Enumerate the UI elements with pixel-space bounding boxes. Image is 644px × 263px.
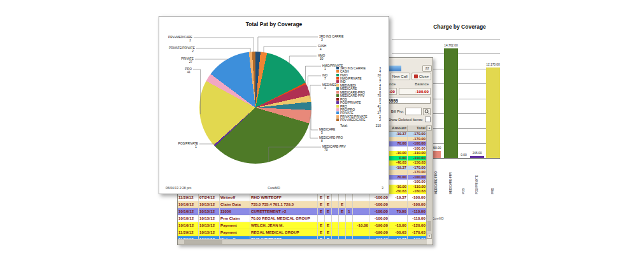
- scrollbar-thumb[interactable]: [184, 240, 222, 244]
- table-cell: -190.00: [369, 222, 389, 229]
- scrollbar-thumb[interactable]: [427, 221, 431, 231]
- legend-swatch-icon: [336, 115, 339, 118]
- callout-label: PRV+MEDICARE2: [168, 36, 192, 42]
- table-row[interactable]: 10/16/1210/15/1211056CURETTEMENT >2EEE1-…: [178, 208, 427, 215]
- table-cell: [332, 229, 339, 236]
- total-pat-by-coverage-window: Total Pat by Coverage 3RD INS CARRIE3CAS…: [159, 16, 389, 194]
- table-row[interactable]: 11/29/1207/24/12WriteoffRHO WRITEOFFEE-1…: [178, 194, 427, 201]
- bar-pro: [486, 68, 500, 158]
- horizontal-scrollbar[interactable]: [178, 239, 427, 245]
- bill-prv-input[interactable]: [405, 108, 422, 115]
- legend-swatch-icon: [336, 98, 339, 101]
- table-cell: 70.00: [389, 141, 408, 146]
- table-cell: -100.00: [408, 141, 427, 146]
- table-cell: -150.63: [408, 160, 427, 166]
- table-cell: -160.63: [408, 189, 427, 194]
- new-call-button[interactable]: New Call: [390, 73, 410, 80]
- scroll-down-icon[interactable]: ▼: [427, 234, 432, 239]
- table-cell: [332, 194, 339, 201]
- callout-label: IND7: [322, 74, 327, 80]
- bar-category-label: MEDICARE-PRV: [449, 161, 452, 194]
- spacer: [336, 124, 339, 127]
- table-cell: [332, 222, 339, 229]
- table-cell: [346, 201, 353, 208]
- table-row[interactable]: 10/16/1210/15/12Claim Data735.0 735.4 70…: [178, 201, 427, 208]
- bar-category-label: PRO: [491, 161, 494, 194]
- table-cell: [353, 229, 369, 236]
- table-cell: [332, 208, 339, 215]
- table-cell: E: [339, 201, 346, 208]
- callout-label: MEDICARE5: [319, 128, 335, 134]
- table-row[interactable]: 10/16/1210/15/12PaymentWELCH, JEAN M.EE-…: [178, 222, 427, 229]
- table-cell: -170.00: [408, 132, 427, 137]
- table-cell: Amount: [389, 125, 408, 132]
- callout-label: PRO41: [185, 68, 192, 74]
- table-cell: 70.00: [389, 175, 408, 180]
- table-cell: [389, 137, 408, 142]
- bar-category-label: POS/PRIVATE: [475, 161, 478, 194]
- bar-category-label: MEDICARE-PRO: [434, 161, 438, 194]
- desktop: Charge by Coverage 950.00MEDICARE-PRO14,…: [0, 0, 644, 263]
- legend-total-value: 210: [373, 124, 381, 127]
- callout-label: MEDICARE-PRO8: [319, 136, 343, 143]
- balance-label-right: Balance: [415, 82, 429, 86]
- phone-icon: [414, 75, 418, 78]
- table-cell: E: [325, 194, 332, 201]
- table-cell: -110.00: [408, 208, 427, 215]
- table-cell: -19.37: [389, 194, 408, 201]
- table-cell: [389, 180, 408, 185]
- table-cell: 1: [346, 208, 353, 215]
- close-button[interactable]: Close: [411, 73, 431, 80]
- table-cell: [389, 170, 408, 175]
- table-cell: -110.00: [408, 156, 427, 161]
- bar-window-watermark: CureMD: [432, 217, 444, 220]
- table-cell: -100.00: [369, 215, 389, 222]
- table-cell: Payment: [220, 229, 250, 236]
- pie-chart: [199, 52, 311, 164]
- table-cell: -10.00: [389, 151, 408, 156]
- table-cell: [353, 208, 369, 215]
- table-cell: 11056: [220, 208, 250, 215]
- table-cell: 0.00: [389, 156, 408, 161]
- vertical-scrollbar[interactable]: ▲ ▼: [426, 125, 432, 239]
- table-cell: [353, 201, 369, 208]
- callout-label: CASH4: [318, 45, 326, 51]
- table-cell: Writeoff: [220, 194, 250, 201]
- transaction-rows: 11/29/1207/24/12WriteoffRHO WRITEOFFEE-1…: [178, 194, 432, 243]
- table-cell: [339, 194, 346, 201]
- bill-prv-row: Bill Prv:: [391, 108, 431, 115]
- table-cell: 10/15/12: [199, 201, 220, 208]
- callout-label: MED/MEDI4: [322, 83, 338, 90]
- show-deleted-row: Show Deleted Items:: [388, 117, 431, 122]
- table-cell: 70.00: [389, 208, 408, 215]
- legend-swatch-icon: [336, 80, 339, 83]
- table-cell: -100.00: [408, 194, 427, 201]
- legend-swatch-icon: [336, 91, 339, 94]
- table-cell: -10.00: [389, 222, 408, 229]
- report-watermark: CureMD: [159, 186, 389, 190]
- legend-swatch-icon: [336, 70, 339, 73]
- window-control-button[interactable]: 22: [422, 65, 432, 72]
- search-icon[interactable]: [423, 108, 431, 115]
- pie-chart-title: Total Pat by Coverage: [159, 21, 389, 27]
- show-deleted-checkbox[interactable]: [425, 117, 431, 122]
- table-cell: -10.00: [389, 185, 408, 190]
- table-cell: -100.00: [369, 201, 389, 208]
- table-cell: -50.63: [389, 189, 408, 194]
- table-cell: RHO WRITEOFF: [250, 194, 318, 201]
- table-row[interactable]: 11/29/1210/15/12PaymentREGAL MEDICAL GRO…: [178, 229, 427, 236]
- table-cell: 735.0 735.4 701.1 729.5: [250, 201, 318, 208]
- gridline: [392, 39, 500, 39]
- table-cell: [332, 215, 339, 222]
- legend-total-label: Total:: [340, 124, 373, 127]
- table-cell: 10/16/12: [178, 201, 199, 208]
- table-cell: 10/16/12: [178, 208, 199, 215]
- legend-swatch-icon: [336, 108, 339, 111]
- table-cell: [353, 215, 369, 222]
- table-cell: Total: [408, 125, 427, 132]
- scroll-up-icon[interactable]: ▲: [427, 125, 432, 131]
- table-row[interactable]: 10/10/1210/15/12Prm Claim70.00 REGAL MED…: [178, 215, 427, 222]
- table-cell: [346, 229, 353, 236]
- callout-label: PRIVATE27: [181, 57, 194, 64]
- table-cell: -50.63: [389, 229, 408, 236]
